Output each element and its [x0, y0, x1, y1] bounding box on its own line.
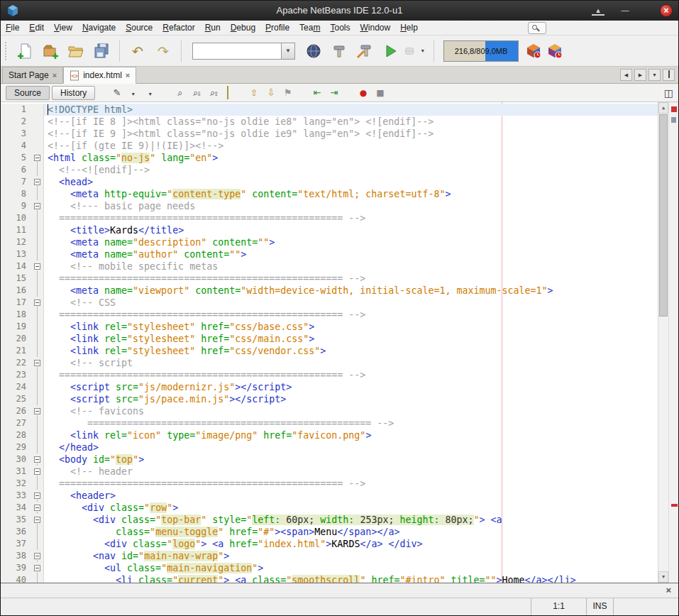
menu-file[interactable]: File	[1, 21, 24, 35]
scroll-down-button[interactable]: ▼	[658, 571, 668, 583]
netbeans-window: Apache NetBeans IDE 12.0-u1 ▴ — × FileEd…	[0, 0, 679, 616]
code-line: 27 =====================================…	[1, 417, 658, 429]
close-panel-button[interactable]: ×	[666, 585, 671, 596]
chevron-down-icon[interactable]: ▼	[282, 43, 295, 60]
code-line: 24 <script src="js/modernizr.js"></scrip…	[1, 381, 658, 393]
profile-button[interactable]	[523, 38, 544, 65]
menu-team[interactable]: Team	[294, 21, 325, 35]
fold-toggle[interactable]	[32, 550, 44, 562]
fold-toggle[interactable]	[32, 466, 44, 478]
source-view-button[interactable]: Source	[6, 86, 50, 100]
fold-toggle[interactable]	[32, 297, 44, 309]
code-text: <!-- script	[44, 357, 658, 369]
menu-refactor[interactable]: Refactor	[158, 21, 199, 35]
new-project-button[interactable]	[38, 38, 63, 65]
fold-toggle[interactable]	[32, 514, 44, 526]
fold-toggle[interactable]	[32, 152, 44, 164]
toggle-bookmark-button[interactable]: ⚑	[280, 87, 295, 98]
fold-toggle[interactable]	[32, 405, 44, 417]
project-config-combo[interactable]: ▼	[192, 43, 295, 60]
menu-debug[interactable]: Debug	[226, 21, 260, 35]
title-bar[interactable]: Apache NetBeans IDE 12.0-u1 ▴ — ×	[1, 1, 678, 21]
menu-view[interactable]: View	[49, 21, 77, 35]
find-next-occurrence-button[interactable]: ⌕⇩	[189, 87, 204, 99]
close-tab-icon[interactable]: ×	[53, 71, 57, 79]
maximize-window-button[interactable]	[663, 69, 675, 81]
editor-lines[interactable]: 1<!DOCTYPE html>2<!--[if IE 8 ]><html cl…	[1, 102, 658, 583]
redo-button[interactable]: ↷	[150, 38, 176, 65]
last-edit-position-button[interactable]: ✎	[109, 87, 124, 98]
quick-search[interactable]	[528, 22, 546, 34]
menu-help[interactable]: Help	[395, 21, 423, 35]
status-end-cell	[613, 598, 678, 615]
previous-bookmark-button[interactable]: ⇧	[246, 87, 261, 98]
fold-toggle[interactable]	[32, 260, 44, 273]
scroll-up-button[interactable]: ▲	[658, 102, 668, 114]
line-number: 33	[1, 490, 32, 502]
fold-toggle[interactable]	[32, 200, 44, 212]
fold-toggle[interactable]	[32, 453, 44, 466]
menu-source[interactable]: Source	[121, 21, 158, 35]
menu-window[interactable]: Window	[355, 21, 395, 35]
save-all-button[interactable]	[89, 38, 114, 65]
split-document-button[interactable]: ◫	[664, 87, 673, 99]
menu-run[interactable]: Run	[200, 21, 226, 35]
arrow-down-icon: ⇩	[267, 87, 275, 98]
find-previous-occurrence-button[interactable]: ⌕⇧	[206, 87, 221, 99]
code-line: 40 <li class="current"> <a class="smooth…	[1, 574, 658, 583]
open-project-button[interactable]	[63, 38, 89, 65]
history-view-button[interactable]: History	[52, 86, 95, 100]
webpreview-button[interactable]	[301, 38, 326, 65]
fold-toggle[interactable]	[32, 490, 44, 502]
fold-guide	[32, 236, 44, 248]
close-tab-icon[interactable]: ×	[126, 71, 130, 79]
menu-navigate[interactable]: Navigate	[77, 21, 121, 35]
close-button[interactable]: ×	[660, 4, 673, 17]
fold-toggle[interactable]	[32, 176, 44, 188]
toolbar-grip[interactable]	[5, 42, 9, 60]
tab-list-dropdown-button[interactable]: ▼	[648, 69, 661, 81]
find-selection-button[interactable]: ⌕	[172, 87, 187, 99]
fold-toggle[interactable]	[32, 357, 44, 369]
stripe-marker[interactable]	[671, 117, 676, 123]
clean-build-button[interactable]	[352, 38, 377, 65]
code-text: ========================================…	[44, 273, 658, 285]
navigate-forward-button[interactable]: ▾	[143, 87, 158, 98]
menu-tools[interactable]: Tools	[325, 21, 355, 35]
shift-line-left-button[interactable]: ⇤	[309, 87, 324, 98]
shade-window-button[interactable]: ▴	[592, 6, 605, 16]
memory-monitor[interactable]: 216,8/809,0MB	[443, 40, 519, 62]
vertical-scrollbar[interactable]: ▲ ▼	[658, 102, 668, 583]
attach-profiler-button[interactable]	[544, 38, 565, 65]
code-text: <title>Kards</title>	[44, 224, 658, 236]
tab-index-html[interactable]: <> index.html ×	[63, 67, 136, 84]
new-file-button[interactable]	[12, 38, 38, 65]
minimize-button[interactable]: —	[619, 4, 631, 17]
line-number: 37	[1, 538, 32, 550]
scroll-tabs-left-button[interactable]: ◀	[620, 69, 632, 81]
debug-project-button[interactable]: ▾	[403, 38, 429, 65]
shift-line-right-button[interactable]: ⇥	[326, 87, 341, 98]
scroll-tabs-right-button[interactable]: ▶	[634, 69, 646, 81]
menu-profile[interactable]: Profile	[260, 21, 294, 35]
build-project-button[interactable]	[326, 38, 352, 65]
navigate-back-button[interactable]: ▾	[126, 87, 141, 98]
fold-toggle[interactable]	[32, 502, 44, 514]
code-text: <div class="top-bar" style="left: 60px; …	[44, 514, 658, 526]
fold-guide	[32, 393, 44, 405]
start-macro-recording-button[interactable]: ●	[355, 88, 370, 98]
stop-macro-recording-button[interactable]: ■	[372, 88, 387, 98]
tab-start-page[interactable]: Start Page ×	[2, 67, 63, 83]
fold-toggle[interactable]	[32, 562, 44, 574]
scrollbar-thumb[interactable]	[659, 114, 668, 317]
toggle-highlight-button[interactable]	[223, 87, 232, 99]
menu-edit[interactable]: Edit	[24, 21, 49, 35]
next-bookmark-button[interactable]: ⇩	[263, 87, 278, 98]
undo-button[interactable]: ↶	[125, 38, 150, 65]
run-project-button[interactable]	[377, 38, 403, 65]
editor[interactable]: 1<!DOCTYPE html>2<!--[if IE 8 ]><html cl…	[1, 102, 678, 583]
error-mark[interactable]	[671, 106, 677, 112]
chevron-down-icon[interactable]: ▾	[416, 43, 429, 59]
error-stripe[interactable]	[668, 102, 678, 583]
error-mark[interactable]	[671, 504, 678, 507]
